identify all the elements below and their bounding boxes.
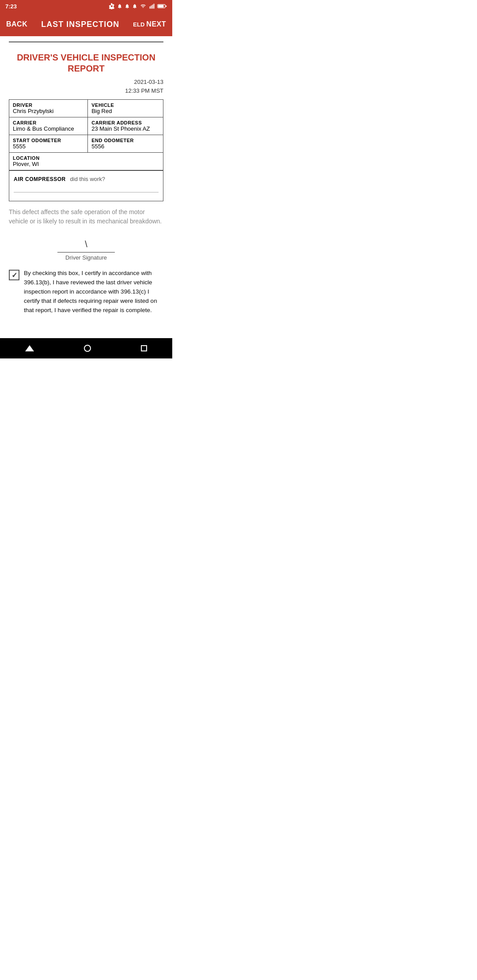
status-bar: 7:23 — [0, 0, 172, 12]
recent-nav-button[interactable] — [135, 343, 153, 354]
back-triangle-icon — [25, 345, 34, 351]
defect-title: AIR COMPRESSOR — [14, 176, 66, 182]
home-circle-icon — [84, 345, 91, 352]
svg-rect-0 — [150, 7, 151, 9]
svg-rect-3 — [154, 4, 155, 9]
notification-icon-3 — [132, 3, 137, 9]
certification-checkbox[interactable] — [9, 270, 19, 280]
carrier-address-cell: CARRIER ADDRESS 23 Main St Phoenix AZ — [88, 117, 163, 135]
status-time: 7:23 — [5, 3, 17, 10]
status-icons — [109, 3, 167, 9]
battery-icon — [157, 4, 167, 9]
info-table: DRIVER Chris Przybylski VEHICLE Big Red … — [9, 99, 163, 170]
notification-icon-1 — [117, 3, 122, 9]
defect-underline — [14, 192, 159, 192]
next-group: ELD NEXT — [133, 20, 166, 28]
recent-square-icon — [141, 345, 147, 351]
svg-rect-6 — [166, 5, 167, 7]
back-nav-button[interactable] — [19, 343, 40, 354]
certification-row: By checking this box, I certify in accor… — [9, 269, 163, 315]
end-odo-cell: END ODOMETER 5556 — [88, 135, 163, 153]
driver-cell: DRIVER Chris Przybylski — [9, 100, 88, 117]
defect-note: did this work? — [70, 176, 105, 182]
page-title: LAST INSPECTION — [41, 20, 119, 29]
signature-section: \ Driver Signature — [9, 239, 163, 261]
signature-label: Driver Signature — [65, 254, 107, 261]
back-button[interactable]: BACK — [6, 20, 27, 28]
notification-icon-2 — [125, 3, 130, 9]
report-container: DRIVER'S VEHICLE INSPECTION REPORT 2021-… — [0, 42, 172, 338]
certification-text: By checking this box, I certify in accor… — [24, 269, 163, 315]
svg-rect-5 — [158, 5, 164, 8]
next-button[interactable]: NEXT — [146, 20, 166, 28]
eld-label: ELD — [133, 21, 144, 28]
start-odo-cell: START ODOMETER 5555 — [9, 135, 88, 153]
report-datetime: 2021-03-13 12:33 PM MST — [9, 78, 163, 95]
bottom-navigation — [0, 338, 172, 358]
location-cell: LOCATION Plover, WI — [9, 153, 163, 170]
report-title: DRIVER'S VEHICLE INSPECTION REPORT — [9, 52, 163, 74]
svg-rect-1 — [151, 6, 152, 9]
signal-icon — [149, 4, 155, 9]
top-navigation: BACK LAST INSPECTION ELD NEXT — [0, 12, 172, 36]
carrier-cell: CARRIER Limo & Bus Compliance — [9, 117, 88, 135]
wifi-icon — [140, 4, 147, 9]
svg-rect-2 — [152, 5, 153, 9]
settings-icon — [109, 3, 115, 9]
signature-line — [57, 252, 115, 253]
defect-box: AIR COMPRESSOR did this work? — [9, 170, 163, 201]
vehicle-cell: VEHICLE Big Red — [88, 100, 163, 117]
signature-mark: \ — [85, 239, 87, 249]
warning-text: This defect affects the safe operation o… — [9, 207, 163, 226]
home-nav-button[interactable] — [78, 342, 97, 354]
